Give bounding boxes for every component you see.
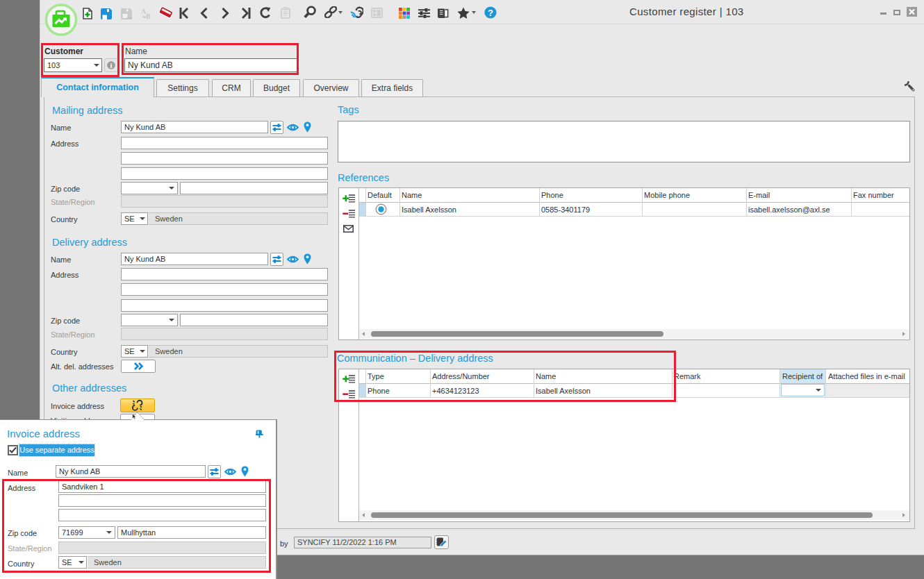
svg-text:B: B (146, 12, 151, 19)
svg-text:?: ? (488, 8, 493, 18)
